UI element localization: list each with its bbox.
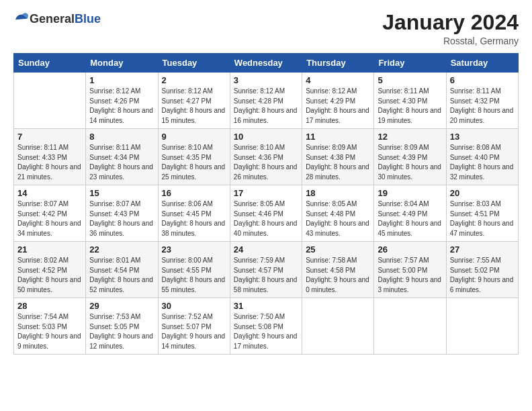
day-detail: Sunrise: 8:12 AMSunset: 4:28 PMDaylight:… — [234, 87, 298, 126]
logo-icon — [13, 11, 28, 26]
day-number: 18 — [306, 188, 370, 198]
day-number: 7 — [17, 132, 82, 142]
calendar-cell: 12Sunrise: 8:09 AMSunset: 4:39 PMDayligh… — [374, 129, 446, 185]
calendar-cell — [302, 298, 374, 355]
day-detail: Sunrise: 7:54 AMSunset: 5:03 PMDaylight:… — [17, 312, 82, 351]
calendar-table: Sunday Monday Tuesday Wednesday Thursday… — [13, 53, 519, 355]
day-detail: Sunrise: 8:12 AMSunset: 4:26 PMDaylight:… — [89, 87, 154, 126]
calendar-cell: 3Sunrise: 8:12 AMSunset: 4:28 PMDaylight… — [230, 73, 302, 129]
col-tuesday: Tuesday — [158, 54, 230, 73]
logo-general: General — [30, 12, 75, 26]
day-number: 31 — [234, 301, 298, 311]
day-detail: Sunrise: 8:07 AMSunset: 4:43 PMDaylight:… — [89, 199, 154, 238]
calendar-week-1: 7Sunrise: 8:11 AMSunset: 4:33 PMDaylight… — [14, 129, 519, 185]
day-number: 15 — [89, 188, 154, 198]
calendar-cell: 11Sunrise: 8:09 AMSunset: 4:38 PMDayligh… — [302, 129, 374, 185]
day-detail: Sunrise: 7:57 AMSunset: 5:00 PMDaylight:… — [378, 256, 442, 295]
day-number: 29 — [89, 301, 154, 311]
day-detail: Sunrise: 8:00 AMSunset: 4:55 PMDaylight:… — [162, 256, 226, 295]
day-number: 23 — [162, 244, 226, 255]
day-detail: Sunrise: 8:02 AMSunset: 4:52 PMDaylight:… — [17, 256, 82, 295]
day-number: 3 — [234, 75, 298, 85]
day-detail: Sunrise: 8:05 AMSunset: 4:48 PMDaylight:… — [306, 199, 370, 238]
location-subtitle: Rosstal, Germany — [382, 36, 519, 46]
calendar-cell — [446, 298, 518, 355]
calendar-cell: 20Sunrise: 8:03 AMSunset: 4:51 PMDayligh… — [446, 185, 518, 242]
calendar-cell: 7Sunrise: 8:11 AMSunset: 4:33 PMDaylight… — [14, 129, 86, 185]
calendar-cell: 22Sunrise: 8:01 AMSunset: 4:54 PMDayligh… — [86, 242, 158, 298]
day-number: 21 — [17, 244, 82, 255]
calendar-cell: 2Sunrise: 8:12 AMSunset: 4:27 PMDaylight… — [158, 73, 230, 129]
day-number: 8 — [89, 132, 154, 142]
day-number: 4 — [306, 75, 370, 85]
calendar-cell: 5Sunrise: 8:11 AMSunset: 4:30 PMDaylight… — [374, 73, 446, 129]
calendar-cell: 26Sunrise: 7:57 AMSunset: 5:00 PMDayligh… — [374, 242, 446, 298]
calendar-week-0: 1Sunrise: 8:12 AMSunset: 4:26 PMDaylight… — [14, 73, 519, 129]
day-detail: Sunrise: 7:55 AMSunset: 5:02 PMDaylight:… — [450, 256, 515, 295]
calendar-cell: 15Sunrise: 8:07 AMSunset: 4:43 PMDayligh… — [86, 185, 158, 242]
day-detail: Sunrise: 8:11 AMSunset: 4:30 PMDaylight:… — [378, 87, 442, 126]
day-number: 19 — [378, 188, 442, 198]
day-number: 26 — [378, 244, 442, 255]
day-number: 12 — [378, 132, 442, 142]
page: GeneralBlue January 2024 Rosstal, German… — [0, 0, 532, 411]
logo: GeneralBlue — [13, 11, 101, 27]
calendar-cell: 9Sunrise: 8:10 AMSunset: 4:35 PMDaylight… — [158, 129, 230, 185]
day-number: 2 — [162, 75, 226, 85]
calendar-cell: 21Sunrise: 8:02 AMSunset: 4:52 PMDayligh… — [14, 242, 86, 298]
calendar-cell — [14, 73, 86, 129]
day-detail: Sunrise: 8:04 AMSunset: 4:49 PMDaylight:… — [378, 199, 442, 238]
col-friday: Friday — [374, 54, 446, 73]
calendar-cell: 28Sunrise: 7:54 AMSunset: 5:03 PMDayligh… — [14, 298, 86, 355]
day-detail: Sunrise: 8:08 AMSunset: 4:40 PMDaylight:… — [450, 143, 515, 182]
calendar-cell: 24Sunrise: 7:59 AMSunset: 4:57 PMDayligh… — [230, 242, 302, 298]
day-detail: Sunrise: 8:01 AMSunset: 4:54 PMDaylight:… — [89, 256, 154, 295]
day-detail: Sunrise: 8:09 AMSunset: 4:39 PMDaylight:… — [378, 143, 442, 182]
calendar-cell: 31Sunrise: 7:50 AMSunset: 5:08 PMDayligh… — [230, 298, 302, 355]
day-number: 27 — [450, 244, 515, 255]
day-detail: Sunrise: 8:11 AMSunset: 4:34 PMDaylight:… — [89, 143, 154, 182]
day-number: 30 — [162, 301, 226, 311]
day-detail: Sunrise: 8:11 AMSunset: 4:32 PMDaylight:… — [450, 87, 515, 126]
day-number: 20 — [450, 188, 515, 198]
day-detail: Sunrise: 8:07 AMSunset: 4:42 PMDaylight:… — [17, 199, 82, 238]
calendar-cell: 13Sunrise: 8:08 AMSunset: 4:40 PMDayligh… — [446, 129, 518, 185]
day-detail: Sunrise: 8:06 AMSunset: 4:45 PMDaylight:… — [162, 199, 226, 238]
calendar-week-3: 21Sunrise: 8:02 AMSunset: 4:52 PMDayligh… — [14, 242, 519, 298]
col-sunday: Sunday — [14, 54, 86, 73]
day-number: 9 — [162, 132, 226, 142]
calendar-cell: 1Sunrise: 8:12 AMSunset: 4:26 PMDaylight… — [86, 73, 158, 129]
day-detail: Sunrise: 7:58 AMSunset: 4:58 PMDaylight:… — [306, 256, 370, 295]
day-number: 13 — [450, 132, 515, 142]
day-number: 24 — [234, 244, 298, 255]
calendar-week-2: 14Sunrise: 8:07 AMSunset: 4:42 PMDayligh… — [14, 185, 519, 242]
calendar-cell: 18Sunrise: 8:05 AMSunset: 4:48 PMDayligh… — [302, 185, 374, 242]
calendar-cell: 17Sunrise: 8:05 AMSunset: 4:46 PMDayligh… — [230, 185, 302, 242]
calendar-cell: 4Sunrise: 8:12 AMSunset: 4:29 PMDaylight… — [302, 73, 374, 129]
day-number: 5 — [378, 75, 442, 85]
header-row: Sunday Monday Tuesday Wednesday Thursday… — [14, 54, 519, 73]
day-detail: Sunrise: 8:12 AMSunset: 4:27 PMDaylight:… — [162, 87, 226, 126]
day-number: 10 — [234, 132, 298, 142]
col-saturday: Saturday — [446, 54, 518, 73]
month-title: January 2024 — [382, 11, 519, 34]
day-detail: Sunrise: 7:52 AMSunset: 5:07 PMDaylight:… — [162, 312, 226, 351]
day-detail: Sunrise: 8:09 AMSunset: 4:38 PMDaylight:… — [306, 143, 370, 182]
day-number: 25 — [306, 244, 370, 255]
calendar-cell — [374, 298, 446, 355]
day-number: 14 — [17, 188, 82, 198]
day-number: 28 — [17, 301, 82, 311]
day-number: 1 — [89, 75, 154, 85]
title-area: January 2024 Rosstal, Germany — [382, 11, 519, 46]
logo-blue: Blue — [75, 12, 101, 26]
calendar-cell: 8Sunrise: 8:11 AMSunset: 4:34 PMDaylight… — [86, 129, 158, 185]
calendar-cell: 10Sunrise: 8:10 AMSunset: 4:36 PMDayligh… — [230, 129, 302, 185]
col-wednesday: Wednesday — [230, 54, 302, 73]
day-number: 22 — [89, 244, 154, 255]
logo-text: GeneralBlue — [30, 12, 101, 26]
day-detail: Sunrise: 8:05 AMSunset: 4:46 PMDaylight:… — [234, 199, 298, 238]
calendar-cell: 30Sunrise: 7:52 AMSunset: 5:07 PMDayligh… — [158, 298, 230, 355]
day-number: 11 — [306, 132, 370, 142]
day-detail: Sunrise: 8:10 AMSunset: 4:36 PMDaylight:… — [234, 143, 298, 182]
day-number: 6 — [450, 75, 515, 85]
